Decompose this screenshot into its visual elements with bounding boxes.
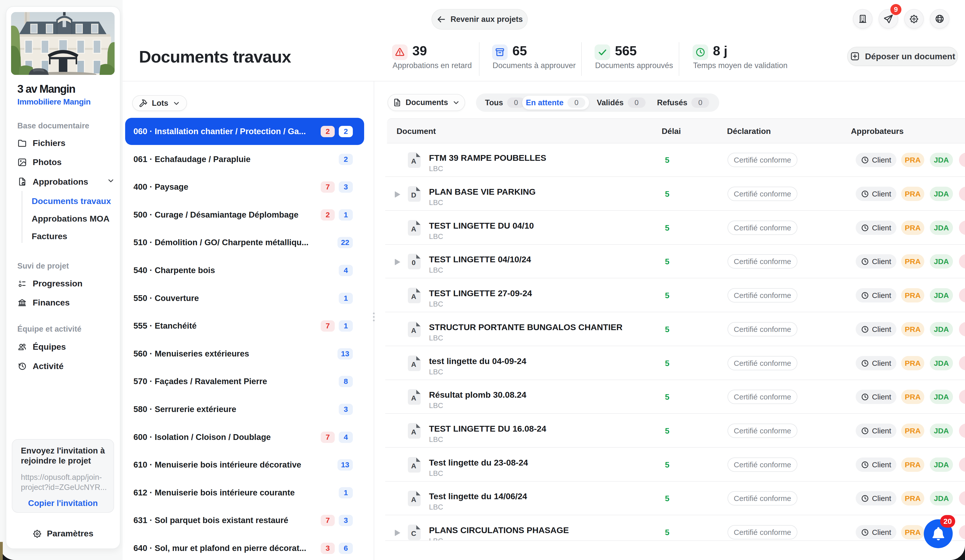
svg-text:A: A bbox=[411, 327, 416, 335]
svg-text:C: C bbox=[411, 530, 416, 537]
svg-text:A: A bbox=[411, 157, 416, 165]
svg-text:A: A bbox=[411, 428, 416, 436]
svg-text:A: A bbox=[411, 361, 416, 368]
svg-text:A: A bbox=[411, 293, 416, 300]
svg-text:A: A bbox=[411, 394, 416, 402]
svg-text:0: 0 bbox=[412, 259, 415, 266]
svg-text:A: A bbox=[411, 496, 416, 503]
svg-text:A: A bbox=[411, 462, 416, 470]
svg-text:A: A bbox=[411, 225, 416, 233]
svg-text:D: D bbox=[411, 191, 416, 199]
